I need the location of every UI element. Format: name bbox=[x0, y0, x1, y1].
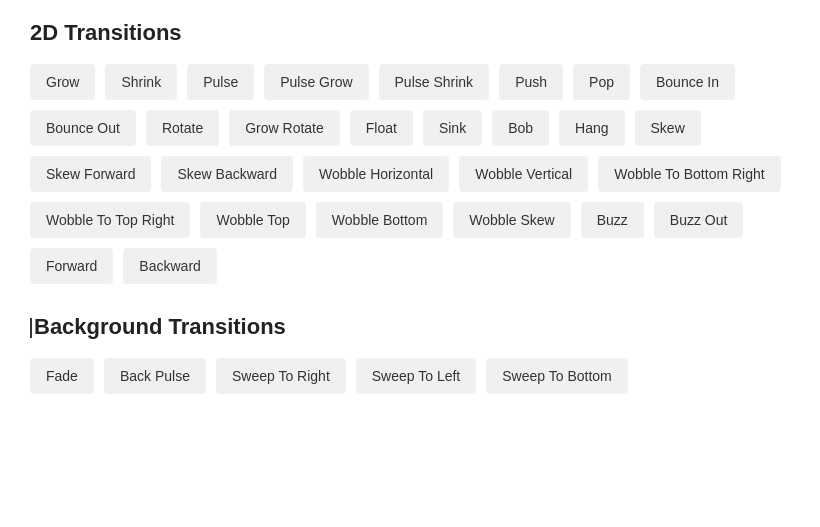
btn-pulse[interactable]: Pulse bbox=[187, 64, 254, 100]
btn-rotate[interactable]: Rotate bbox=[146, 110, 219, 146]
btn-sweep-to-right[interactable]: Sweep To Right bbox=[216, 358, 346, 394]
btn-skew-backward[interactable]: Skew Backward bbox=[161, 156, 293, 192]
btn-grow-rotate[interactable]: Grow Rotate bbox=[229, 110, 340, 146]
btn-shrink[interactable]: Shrink bbox=[105, 64, 177, 100]
button-grid-background-transitions: FadeBack PulseSweep To RightSweep To Lef… bbox=[30, 358, 790, 394]
btn-pulse-shrink[interactable]: Pulse Shrink bbox=[379, 64, 490, 100]
section-2d-transitions: 2D TransitionsGrowShrinkPulsePulse GrowP… bbox=[30, 20, 790, 284]
btn-grow[interactable]: Grow bbox=[30, 64, 95, 100]
btn-sweep-to-bottom[interactable]: Sweep To Bottom bbox=[486, 358, 627, 394]
btn-backward[interactable]: Backward bbox=[123, 248, 216, 284]
btn-bounce-out[interactable]: Bounce Out bbox=[30, 110, 136, 146]
btn-wobble-to-bottom-right[interactable]: Wobble To Bottom Right bbox=[598, 156, 780, 192]
btn-forward[interactable]: Forward bbox=[30, 248, 113, 284]
btn-sweep-to-left[interactable]: Sweep To Left bbox=[356, 358, 476, 394]
btn-buzz[interactable]: Buzz bbox=[581, 202, 644, 238]
btn-pop[interactable]: Pop bbox=[573, 64, 630, 100]
btn-fade[interactable]: Fade bbox=[30, 358, 94, 394]
button-grid-2d-transitions: GrowShrinkPulsePulse GrowPulse ShrinkPus… bbox=[30, 64, 790, 284]
btn-wobble-vertical[interactable]: Wobble Vertical bbox=[459, 156, 588, 192]
btn-pulse-grow[interactable]: Pulse Grow bbox=[264, 64, 368, 100]
btn-buzz-out[interactable]: Buzz Out bbox=[654, 202, 744, 238]
btn-wobble-bottom[interactable]: Wobble Bottom bbox=[316, 202, 443, 238]
section-background-transitions: Background TransitionsFadeBack PulseSwee… bbox=[30, 314, 790, 394]
btn-skew-forward[interactable]: Skew Forward bbox=[30, 156, 151, 192]
btn-wobble-top[interactable]: Wobble Top bbox=[200, 202, 305, 238]
btn-wobble-to-top-right[interactable]: Wobble To Top Right bbox=[30, 202, 190, 238]
btn-float[interactable]: Float bbox=[350, 110, 413, 146]
btn-wobble-horizontal[interactable]: Wobble Horizontal bbox=[303, 156, 449, 192]
btn-skew[interactable]: Skew bbox=[635, 110, 701, 146]
btn-bob[interactable]: Bob bbox=[492, 110, 549, 146]
btn-hang[interactable]: Hang bbox=[559, 110, 624, 146]
section-title-background-transitions: Background Transitions bbox=[30, 314, 790, 340]
cursor-indicator bbox=[30, 318, 32, 338]
btn-back-pulse[interactable]: Back Pulse bbox=[104, 358, 206, 394]
section-title-2d-transitions: 2D Transitions bbox=[30, 20, 790, 46]
btn-sink[interactable]: Sink bbox=[423, 110, 482, 146]
btn-bounce-in[interactable]: Bounce In bbox=[640, 64, 735, 100]
btn-push[interactable]: Push bbox=[499, 64, 563, 100]
btn-wobble-skew[interactable]: Wobble Skew bbox=[453, 202, 570, 238]
